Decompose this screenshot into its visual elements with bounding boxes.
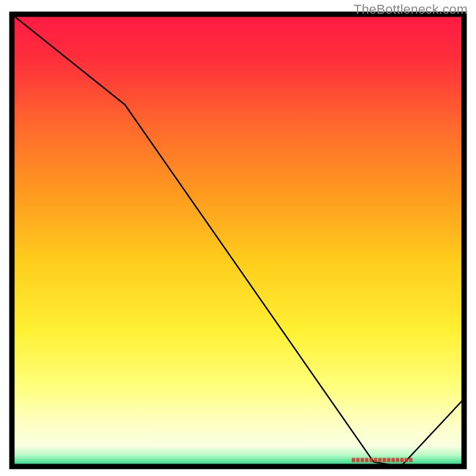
svg-rect-4 — [369, 458, 373, 462]
svg-rect-0 — [352, 458, 355, 462]
svg-rect-2 — [361, 458, 364, 462]
chart-svg — [0, 0, 476, 476]
svg-rect-9 — [392, 458, 395, 462]
svg-rect-12 — [405, 458, 408, 462]
svg-rect-6 — [378, 458, 382, 462]
svg-rect-13 — [409, 458, 412, 462]
svg-rect-11 — [400, 458, 404, 462]
gradient-background — [12, 14, 464, 466]
svg-rect-3 — [365, 458, 368, 462]
svg-rect-8 — [387, 458, 390, 462]
chart-frame: TheBottleneck.com — [0, 0, 476, 476]
svg-rect-1 — [356, 458, 360, 462]
plot-area — [12, 14, 464, 466]
svg-rect-10 — [396, 458, 399, 462]
svg-rect-7 — [383, 458, 386, 462]
watermark-text: TheBottleneck.com — [353, 2, 468, 17]
svg-rect-5 — [374, 458, 377, 462]
